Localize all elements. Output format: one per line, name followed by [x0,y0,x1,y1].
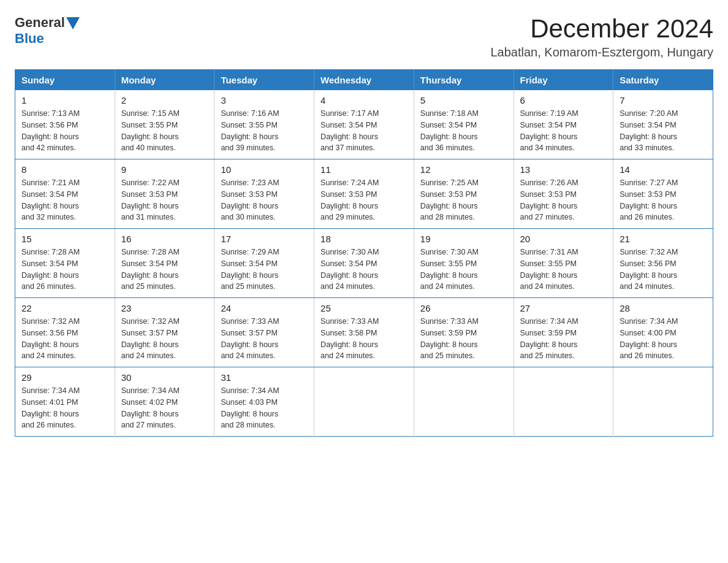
calendar-cell: 23Sunrise: 7:32 AMSunset: 3:57 PMDayligh… [115,298,214,367]
calendar-cell [314,367,414,437]
weekday-header-saturday: Saturday [613,70,713,91]
day-number: 5 [420,95,507,105]
calendar-cell: 12Sunrise: 7:25 AMSunset: 3:53 PMDayligh… [414,159,514,229]
day-info: Sunrise: 7:21 AMSunset: 3:54 PMDaylight:… [21,177,108,223]
day-info: Sunrise: 7:33 AMSunset: 3:59 PMDaylight:… [420,316,507,362]
calendar-cell: 5Sunrise: 7:18 AMSunset: 3:54 PMDaylight… [414,90,514,159]
calendar-table: SundayMondayTuesdayWednesdayThursdayFrid… [15,69,713,437]
calendar-cell: 7Sunrise: 7:20 AMSunset: 3:54 PMDaylight… [613,90,713,159]
day-number: 1 [21,95,108,105]
logo-arrow-icon [66,17,80,29]
day-info: Sunrise: 7:32 AMSunset: 3:57 PMDaylight:… [121,316,208,362]
day-info: Sunrise: 7:23 AMSunset: 3:53 PMDaylight:… [221,177,308,223]
calendar-subtitle: Labatlan, Komarom-Esztergom, Hungary [491,45,714,59]
calendar-week-row: 15Sunrise: 7:28 AMSunset: 3:54 PMDayligh… [15,229,713,298]
weekday-header-wednesday: Wednesday [314,70,414,91]
day-number: 24 [221,303,308,313]
calendar-week-row: 1Sunrise: 7:13 AMSunset: 3:56 PMDaylight… [15,90,713,159]
day-number: 17 [221,234,308,244]
day-number: 12 [420,164,507,175]
day-number: 25 [320,303,408,313]
calendar-cell: 15Sunrise: 7:28 AMSunset: 3:54 PMDayligh… [15,229,115,298]
day-info: Sunrise: 7:31 AMSunset: 3:55 PMDaylight:… [520,247,607,293]
calendar-cell: 22Sunrise: 7:32 AMSunset: 3:56 PMDayligh… [15,298,115,367]
page-header: General Blue December 2024 Labatlan, Kom… [15,15,713,59]
calendar-cell: 3Sunrise: 7:16 AMSunset: 3:55 PMDaylight… [214,90,314,159]
day-number: 4 [320,95,408,105]
day-number: 2 [121,95,208,105]
calendar-cell: 26Sunrise: 7:33 AMSunset: 3:59 PMDayligh… [414,298,514,367]
day-info: Sunrise: 7:34 AMSunset: 3:59 PMDaylight:… [520,316,607,362]
day-info: Sunrise: 7:32 AMSunset: 3:56 PMDaylight:… [21,316,108,362]
day-info: Sunrise: 7:30 AMSunset: 3:54 PMDaylight:… [320,247,408,293]
day-info: Sunrise: 7:28 AMSunset: 3:54 PMDaylight:… [21,247,108,293]
day-number: 8 [21,164,108,175]
calendar-cell: 24Sunrise: 7:33 AMSunset: 3:57 PMDayligh… [214,298,314,367]
day-number: 23 [121,303,208,313]
calendar-cell: 18Sunrise: 7:30 AMSunset: 3:54 PMDayligh… [314,229,414,298]
day-info: Sunrise: 7:26 AMSunset: 3:53 PMDaylight:… [520,177,607,223]
logo-blue-text: Blue [15,31,44,46]
day-info: Sunrise: 7:17 AMSunset: 3:54 PMDaylight:… [320,108,408,154]
day-number: 18 [320,234,408,244]
calendar-cell: 1Sunrise: 7:13 AMSunset: 3:56 PMDaylight… [15,90,115,159]
calendar-cell: 25Sunrise: 7:33 AMSunset: 3:58 PMDayligh… [314,298,414,367]
day-number: 6 [520,95,607,105]
day-info: Sunrise: 7:24 AMSunset: 3:53 PMDaylight:… [320,177,408,223]
day-info: Sunrise: 7:29 AMSunset: 3:54 PMDaylight:… [221,247,308,293]
day-number: 31 [221,372,308,383]
day-info: Sunrise: 7:27 AMSunset: 3:53 PMDaylight:… [620,177,707,223]
svg-marker-0 [66,17,80,29]
calendar-cell: 16Sunrise: 7:28 AMSunset: 3:54 PMDayligh… [115,229,214,298]
calendar-cell [414,367,514,437]
calendar-cell: 4Sunrise: 7:17 AMSunset: 3:54 PMDaylight… [314,90,414,159]
day-info: Sunrise: 7:19 AMSunset: 3:54 PMDaylight:… [520,108,607,154]
logo: General Blue [15,15,80,47]
day-number: 7 [620,95,707,105]
calendar-cell [613,367,713,437]
day-number: 14 [620,164,707,175]
calendar-cell [514,367,613,437]
calendar-cell: 17Sunrise: 7:29 AMSunset: 3:54 PMDayligh… [214,229,314,298]
day-info: Sunrise: 7:33 AMSunset: 3:57 PMDaylight:… [221,316,308,362]
day-info: Sunrise: 7:33 AMSunset: 3:58 PMDaylight:… [320,316,408,362]
weekday-header-monday: Monday [115,70,214,91]
weekday-header-friday: Friday [514,70,613,91]
calendar-cell: 29Sunrise: 7:34 AMSunset: 4:01 PMDayligh… [15,367,115,437]
day-info: Sunrise: 7:15 AMSunset: 3:55 PMDaylight:… [121,108,208,154]
day-info: Sunrise: 7:30 AMSunset: 3:55 PMDaylight:… [420,247,507,293]
day-info: Sunrise: 7:20 AMSunset: 3:54 PMDaylight:… [620,108,707,154]
calendar-cell: 30Sunrise: 7:34 AMSunset: 4:02 PMDayligh… [115,367,214,437]
weekday-header-thursday: Thursday [414,70,514,91]
calendar-week-row: 22Sunrise: 7:32 AMSunset: 3:56 PMDayligh… [15,298,713,367]
calendar-cell: 11Sunrise: 7:24 AMSunset: 3:53 PMDayligh… [314,159,414,229]
day-number: 30 [121,372,208,383]
day-info: Sunrise: 7:32 AMSunset: 3:56 PMDaylight:… [620,247,707,293]
day-number: 20 [520,234,607,244]
calendar-cell: 21Sunrise: 7:32 AMSunset: 3:56 PMDayligh… [613,229,713,298]
day-number: 26 [420,303,507,313]
day-number: 15 [21,234,108,244]
day-number: 3 [221,95,308,105]
day-number: 27 [520,303,607,313]
calendar-cell: 31Sunrise: 7:34 AMSunset: 4:03 PMDayligh… [214,367,314,437]
calendar-week-row: 29Sunrise: 7:34 AMSunset: 4:01 PMDayligh… [15,367,713,437]
day-info: Sunrise: 7:34 AMSunset: 4:00 PMDaylight:… [620,316,707,362]
title-area: December 2024 Labatlan, Komarom-Esztergo… [491,15,714,59]
day-info: Sunrise: 7:13 AMSunset: 3:56 PMDaylight:… [21,108,108,154]
day-number: 9 [121,164,208,175]
calendar-cell: 14Sunrise: 7:27 AMSunset: 3:53 PMDayligh… [613,159,713,229]
calendar-cell: 10Sunrise: 7:23 AMSunset: 3:53 PMDayligh… [214,159,314,229]
day-number: 22 [21,303,108,313]
day-info: Sunrise: 7:25 AMSunset: 3:53 PMDaylight:… [420,177,507,223]
weekday-header-tuesday: Tuesday [214,70,314,91]
day-info: Sunrise: 7:16 AMSunset: 3:55 PMDaylight:… [221,108,308,154]
day-number: 29 [21,372,108,383]
calendar-cell: 8Sunrise: 7:21 AMSunset: 3:54 PMDaylight… [15,159,115,229]
day-info: Sunrise: 7:22 AMSunset: 3:53 PMDaylight:… [121,177,208,223]
day-number: 13 [520,164,607,175]
calendar-cell: 20Sunrise: 7:31 AMSunset: 3:55 PMDayligh… [514,229,613,298]
weekday-header-row: SundayMondayTuesdayWednesdayThursdayFrid… [15,70,713,91]
calendar-cell: 19Sunrise: 7:30 AMSunset: 3:55 PMDayligh… [414,229,514,298]
day-number: 10 [221,164,308,175]
